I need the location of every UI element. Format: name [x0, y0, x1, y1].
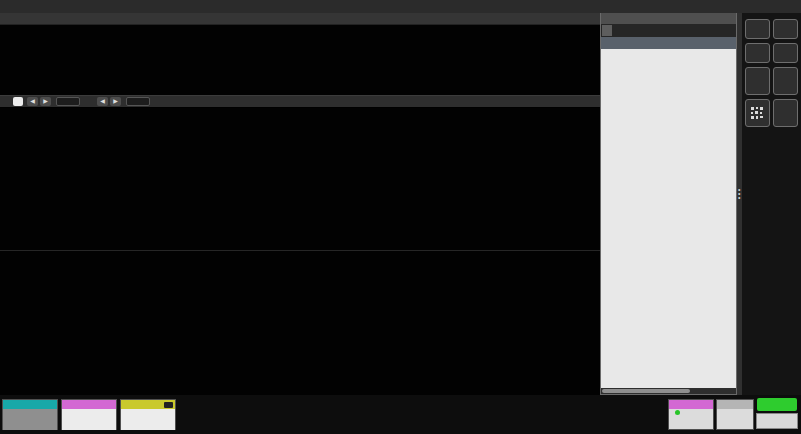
- results-bus-tab[interactable]: [602, 25, 612, 36]
- bus1-header: [62, 400, 116, 409]
- horizontal-panel[interactable]: [716, 399, 754, 430]
- h-zoom-slider[interactable]: [56, 97, 80, 106]
- vscroll-grip-icon[interactable]: •••: [738, 188, 740, 200]
- h-zoom-increase-button[interactable]: ▶: [40, 97, 51, 106]
- horizontal-header: [717, 400, 753, 409]
- overview-canvas[interactable]: [0, 25, 600, 95]
- ch2-settings: [3, 409, 57, 430]
- channel2-badge[interactable]: [2, 399, 58, 430]
- results-table-button[interactable]: [745, 67, 770, 95]
- bus1-settings: [62, 409, 116, 430]
- bus-decode-results-panel: [600, 10, 737, 395]
- scope1-panel[interactable]: [668, 399, 714, 430]
- ch1-settings: [121, 409, 175, 430]
- waveform-overview[interactable]: [0, 25, 600, 95]
- results-header-row: [601, 37, 736, 49]
- acquire-button[interactable]: [757, 398, 797, 411]
- measure-button[interactable]: [745, 43, 770, 63]
- waveform-view-tab[interactable]: [0, 13, 600, 25]
- cursors-button[interactable]: [745, 19, 770, 39]
- results-vscrollbar[interactable]: •••: [737, 10, 742, 395]
- datetime-display: [756, 413, 798, 429]
- status-dot-icon: [675, 410, 680, 415]
- h-zoom-decrease-button[interactable]: ◀: [27, 97, 38, 106]
- ch2-header: [3, 400, 57, 409]
- right-sidebar: [742, 13, 801, 395]
- ch1-header: [121, 400, 175, 409]
- tekscope-app: ◀ ▶ ◀ ▶ •••: [0, 0, 801, 434]
- v-zoom-decrease-button[interactable]: ◀: [97, 97, 108, 106]
- callout-button[interactable]: [773, 19, 798, 39]
- pattern-tool-button[interactable]: [745, 99, 770, 127]
- v-zoom-increase-button[interactable]: ▶: [110, 97, 121, 106]
- hscroll-thumb[interactable]: [602, 389, 690, 393]
- horizontal-body: [717, 409, 753, 429]
- results-hscrollbar[interactable]: [601, 388, 736, 394]
- bottom-settings-bar: [0, 395, 801, 434]
- scope1-header: [669, 400, 713, 409]
- menu-bar: [0, 0, 801, 13]
- channel1-badge[interactable]: [120, 399, 176, 430]
- qr-pattern-icon: [751, 107, 764, 120]
- results-rows: [601, 49, 736, 388]
- zoomed-analog-graticule[interactable]: [0, 250, 600, 396]
- bus-decode-canvas[interactable]: [0, 108, 600, 250]
- results-tab-row: [601, 24, 736, 37]
- bus1-badge[interactable]: [61, 399, 117, 430]
- horizontal-scale-input[interactable]: [13, 97, 23, 106]
- analog-waveform-canvas[interactable]: [0, 251, 600, 396]
- ch1-tag-icon: [164, 402, 173, 408]
- zoomed-bus-graticule[interactable]: [0, 108, 600, 250]
- more-button[interactable]: [773, 99, 798, 127]
- zoom-toolbar: ◀ ▶ ◀ ▶: [0, 95, 600, 108]
- plot-button[interactable]: [773, 67, 798, 95]
- scope1-body: [669, 409, 713, 429]
- search-button[interactable]: [773, 43, 798, 63]
- v-zoom-slider[interactable]: [126, 97, 150, 106]
